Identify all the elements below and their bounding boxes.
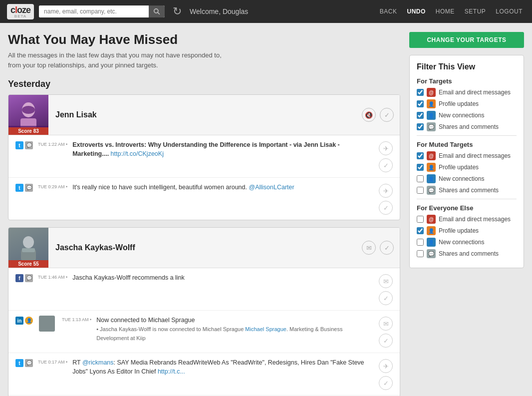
search-icon bbox=[153, 8, 160, 15]
michael-avatar bbox=[39, 316, 55, 332]
filter-targets-profile-check[interactable] bbox=[417, 100, 424, 107]
jascha-msg-1-email[interactable]: ✉ bbox=[379, 274, 393, 288]
filter-targets-email[interactable]: @ Email and direct messages bbox=[417, 88, 517, 97]
filter-targets-shares-label: Shares and comments bbox=[439, 123, 499, 130]
twitter-icon: t bbox=[15, 141, 23, 149]
profile-icon-e: 👤 bbox=[427, 226, 436, 235]
change-targets-button[interactable]: CHANGE YOUR TARGETS bbox=[409, 32, 524, 48]
jascha-avatar-svg bbox=[17, 234, 39, 262]
filter-everyone-email-check[interactable] bbox=[417, 216, 424, 223]
nav-back[interactable]: BACK bbox=[377, 8, 400, 15]
share-icon-e: 💬 bbox=[427, 249, 436, 258]
nav-home[interactable]: HOME bbox=[433, 8, 457, 15]
nav-undo[interactable]: UNDO bbox=[404, 8, 428, 15]
jascha-msg-1-time: TUE 1:46 AM • bbox=[38, 275, 67, 280]
jascha-msg-1-icons: f 💬 bbox=[15, 274, 33, 282]
twitter-icon-2: t bbox=[15, 184, 23, 192]
jenn-msg-1-check[interactable]: ✓ bbox=[379, 158, 393, 172]
michael-link[interactable]: Michael Sprague bbox=[245, 326, 286, 332]
filter-muted-profile-check[interactable] bbox=[417, 164, 424, 171]
jascha-msg-3-link[interactable]: http://t.c... bbox=[158, 368, 185, 375]
logo[interactable]: cloze BETA bbox=[7, 4, 34, 19]
filter-everyone-profile[interactable]: 👤 Profile updates bbox=[417, 226, 517, 235]
welcome-text: Welcome, Douglas bbox=[190, 7, 372, 15]
filter-muted-email[interactable]: @ Email and direct messages bbox=[417, 151, 517, 160]
jenn-messages: t 💬 TUE 1:22 AM • Extroverts vs. Introve… bbox=[8, 135, 400, 220]
jenn-name: Jenn Lisak bbox=[55, 110, 97, 119]
top-navigation: cloze BETA ↻ Welcome, Douglas BACK UNDO … bbox=[0, 0, 532, 23]
filter-muted-email-label: Email and direct messages bbox=[439, 152, 511, 159]
filter-targets-shares-check[interactable] bbox=[417, 123, 424, 130]
filter-group-everyone: For Everyone Else bbox=[417, 204, 517, 212]
jenn-msg-1-link[interactable]: http://t.co/CKjzeoKj bbox=[111, 150, 164, 157]
filter-muted-profile[interactable]: 👤 Profile updates bbox=[417, 163, 517, 172]
filter-everyone-email[interactable]: @ Email and direct messages bbox=[417, 215, 517, 224]
jascha-msg-3-content: RT @rickmans: SAY Media Rebrands ReadWri… bbox=[72, 358, 374, 376]
chat-icon-3: 💬 bbox=[25, 359, 33, 367]
filter-divider-1 bbox=[417, 135, 517, 136]
jascha-msg-1-actions: ✉ ✓ bbox=[379, 274, 393, 305]
jascha-messages: f 💬 TUE 1:46 AM • Jascha Kaykas-Wolff re… bbox=[8, 268, 400, 396]
jenn-msg-2-actions: ✈ ✓ bbox=[379, 184, 393, 215]
svg-point-5 bbox=[23, 236, 34, 248]
filter-everyone-connections[interactable]: 👤 New connections bbox=[417, 238, 517, 247]
jascha-msg-1-check[interactable]: ✓ bbox=[379, 291, 393, 305]
right-panel: CHANGE YOUR TARGETS Filter This View For… bbox=[409, 32, 524, 268]
filter-targets-connections-check[interactable] bbox=[417, 112, 424, 119]
filter-everyone-shares-check[interactable] bbox=[417, 250, 424, 257]
jascha-msg-2-time: TUE 1:13 AM • bbox=[62, 317, 91, 322]
jenn-done-btn[interactable]: ✓ bbox=[380, 108, 394, 122]
jenn-msg-1: t 💬 TUE 1:22 AM • Extroverts vs. Introve… bbox=[8, 135, 400, 178]
email-icon: @ bbox=[427, 88, 436, 97]
filter-group-targets: For Targets bbox=[417, 77, 517, 85]
jenn-msg-2-send[interactable]: ✈ bbox=[379, 184, 393, 198]
rickmans-mention[interactable]: @rickmans bbox=[82, 359, 114, 366]
jenn-msg-1-content: Extroverts vs. Introverts: Why Understan… bbox=[72, 140, 374, 158]
jenn-msg-2-content: It's really nice to have such intelligen… bbox=[72, 183, 374, 192]
nav-logout[interactable]: LOGOUT bbox=[493, 8, 525, 15]
filter-targets-email-check[interactable] bbox=[417, 89, 424, 96]
filter-muted-email-check[interactable] bbox=[417, 152, 424, 159]
jascha-msg-2-email[interactable]: ✉ bbox=[379, 317, 393, 331]
filter-muted-shares-check[interactable] bbox=[417, 187, 424, 194]
jenn-score: Score 83 bbox=[8, 127, 48, 135]
jascha-msg-2-check[interactable]: ✓ bbox=[379, 334, 393, 348]
jascha-msg-2: in 👤 TUE 1:13 AM • Now connected to Mich… bbox=[8, 311, 400, 353]
filter-everyone-connections-check[interactable] bbox=[417, 239, 424, 246]
filter-muted-shares[interactable]: 💬 Shares and comments bbox=[417, 186, 517, 195]
filter-muted-connections[interactable]: 👤 New connections bbox=[417, 174, 517, 183]
filter-targets-profile[interactable]: 👤 Profile updates bbox=[417, 99, 517, 108]
jascha-msg-3-send[interactable]: ✈ bbox=[379, 359, 393, 373]
filter-muted-profile-label: Profile updates bbox=[439, 164, 479, 171]
chat-icon-fb: 💬 bbox=[25, 274, 33, 282]
jenn-msg-1-send[interactable]: ✈ bbox=[379, 141, 393, 155]
filter-everyone-profile-check[interactable] bbox=[417, 227, 424, 234]
jascha-email-btn[interactable]: ✉ bbox=[362, 241, 376, 255]
filter-targets-connections[interactable]: 👤 New connections bbox=[417, 111, 517, 120]
person-icon: 👤 bbox=[25, 317, 33, 325]
jenn-mention[interactable]: @AllisonLCarter bbox=[249, 184, 294, 191]
jascha-msg-2-content: Now connected to Michael Sprague • Jasch… bbox=[96, 316, 374, 343]
filter-everyone-shares-label: Shares and comments bbox=[439, 250, 499, 257]
jascha-name-area: Jascha Kaykas-Wolff bbox=[48, 228, 356, 268]
email-icon-m: @ bbox=[427, 151, 436, 160]
search-input[interactable] bbox=[39, 5, 149, 17]
filter-group-muted: For Muted Targets bbox=[417, 141, 517, 148]
nav-setup[interactable]: SETUP bbox=[462, 8, 489, 15]
main-layout: What You May Have Missed All the message… bbox=[0, 23, 532, 396]
jascha-msg-3-check[interactable]: ✓ bbox=[379, 376, 393, 390]
filter-everyone-shares[interactable]: 💬 Shares and comments bbox=[417, 249, 517, 258]
filter-targets-shares[interactable]: 💬 Shares and comments bbox=[417, 122, 517, 131]
jenn-msg-2-check[interactable]: ✓ bbox=[379, 201, 393, 215]
search-button[interactable] bbox=[149, 5, 165, 17]
refresh-icon[interactable]: ↻ bbox=[173, 5, 182, 18]
search-bar[interactable] bbox=[39, 5, 165, 17]
jascha-msg-3-icons: t 💬 bbox=[15, 359, 33, 367]
linkedin-icon: in bbox=[15, 317, 23, 325]
jascha-done-btn[interactable]: ✓ bbox=[380, 241, 394, 255]
filter-muted-connections-check[interactable] bbox=[417, 175, 424, 182]
share-icon: 💬 bbox=[427, 122, 436, 131]
jenn-mute-btn[interactable]: 🔇 bbox=[362, 108, 376, 122]
jascha-msg-3-actions: ✈ ✓ bbox=[379, 359, 393, 390]
jenn-name-area: Jenn Lisak bbox=[48, 95, 356, 135]
